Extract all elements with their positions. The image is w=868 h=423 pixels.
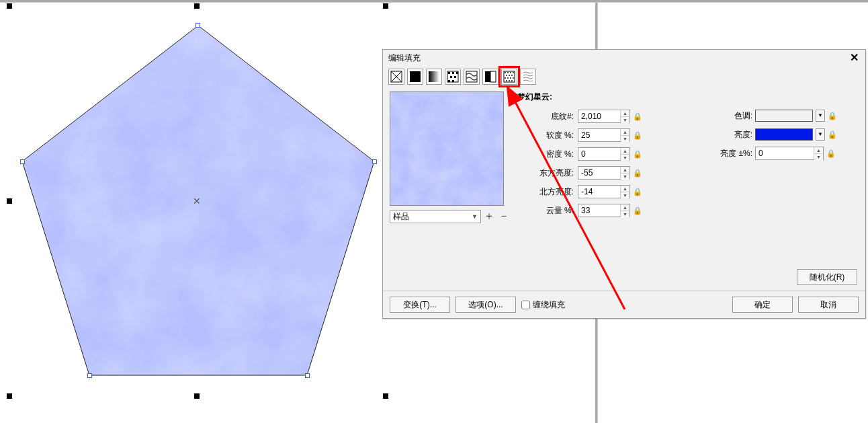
lock-icon[interactable]: 🔒	[633, 112, 642, 121]
spin-up-icon[interactable]: ▲	[621, 129, 630, 136]
brightness-pm-input[interactable]	[756, 147, 814, 159]
selection-handle-tl[interactable]	[7, 3, 12, 9]
vertex-node[interactable]	[372, 159, 377, 164]
density-label: 密度 %:	[517, 149, 575, 160]
ok-button[interactable]: 确定	[732, 297, 793, 313]
spin-down-icon[interactable]: ▼	[621, 136, 630, 142]
swatch-library-select[interactable]: 样品 ▼	[390, 210, 481, 223]
cloud-input[interactable]	[578, 204, 620, 217]
fill-type-bitmap-pattern[interactable]	[464, 69, 480, 85]
chevron-down-icon: ▼	[472, 213, 478, 220]
svg-rect-23	[510, 72, 511, 73]
svg-rect-8	[429, 71, 439, 82]
lock-icon[interactable]: 🔒	[826, 149, 836, 158]
fill-type-texture[interactable]	[501, 69, 517, 85]
transform-button[interactable]: 变换(T)...	[390, 297, 450, 313]
svg-rect-25	[506, 75, 507, 76]
color-dropdown-icon[interactable]: ▼	[816, 128, 825, 141]
spin-up-icon[interactable]: ▲	[621, 186, 630, 192]
vertex-node[interactable]	[20, 159, 25, 164]
edit-fill-dialog[interactable]: 编辑填充 ✕	[382, 49, 866, 319]
vertex-node[interactable]	[87, 373, 92, 378]
svg-rect-10	[448, 72, 450, 74]
svg-rect-29	[507, 77, 509, 79]
selection-handle-tr[interactable]	[383, 3, 388, 9]
texture-preview[interactable]	[390, 91, 504, 206]
close-icon[interactable]: ✕	[847, 51, 861, 64]
swatch-library-label: 样品	[393, 211, 409, 223]
brightness-pm-spinner[interactable]: ▲▼	[755, 147, 824, 160]
svg-rect-18	[485, 71, 490, 82]
hue-color-swatch[interactable]	[755, 110, 813, 122]
svg-rect-21	[505, 72, 506, 73]
spin-up-icon[interactable]: ▲	[621, 167, 630, 174]
selection-handle-bm[interactable]	[194, 393, 200, 399]
spin-down-icon[interactable]: ▼	[621, 192, 630, 198]
density-spinner[interactable]: ▲▼	[578, 147, 630, 161]
spin-down-icon[interactable]: ▼	[621, 211, 630, 217]
options-button[interactable]: 选项(O)...	[455, 297, 516, 313]
wrap-fill-label: 缠绕填充	[533, 299, 565, 311]
vertex-node[interactable]	[305, 373, 310, 378]
lock-icon[interactable]: 🔒	[633, 188, 642, 196]
lock-icon[interactable]: 🔒	[633, 131, 642, 140]
east-brightness-spinner[interactable]: ▲▼	[578, 166, 630, 180]
fill-type-fountain[interactable]	[426, 69, 442, 85]
spin-up-icon[interactable]: ▲	[814, 147, 823, 154]
svg-rect-15	[448, 80, 450, 82]
remove-swatch-button[interactable]: －	[497, 210, 511, 223]
north-brightness-spinner[interactable]: ▲▼	[578, 185, 630, 198]
density-input[interactable]	[578, 148, 620, 160]
vertex-node[interactable]	[196, 23, 200, 28]
spin-down-icon[interactable]: ▼	[621, 155, 630, 161]
wrap-fill-checkbox-input[interactable]	[521, 301, 530, 309]
spin-up-icon[interactable]: ▲	[621, 110, 630, 117]
spin-down-icon[interactable]: ▼	[621, 174, 630, 180]
hue-label: 色调:	[712, 110, 752, 122]
softness-label: 软度 %:	[517, 130, 575, 141]
fill-type-postscript[interactable]	[520, 69, 536, 85]
randomize-button[interactable]: 随机化(R)	[797, 269, 857, 285]
add-swatch-button[interactable]: ＋	[482, 210, 496, 223]
spin-up-icon[interactable]: ▲	[621, 148, 630, 155]
lock-icon[interactable]: 🔒	[633, 206, 642, 215]
selection-center[interactable]: ✕	[193, 197, 201, 205]
spin-down-icon[interactable]: ▼	[814, 154, 823, 160]
selection-handle-bl[interactable]	[7, 393, 12, 399]
lock-icon[interactable]: 🔒	[633, 169, 642, 178]
lock-icon[interactable]: 🔒	[633, 150, 642, 159]
softness-spinner[interactable]: ▲▼	[578, 128, 630, 142]
fill-type-none[interactable]	[388, 69, 404, 85]
svg-rect-31	[513, 77, 514, 79]
cancel-button[interactable]: 取消	[798, 297, 859, 313]
selection-handle-br[interactable]	[383, 393, 388, 399]
lock-icon[interactable]: 🔒	[828, 130, 837, 139]
svg-rect-36	[390, 92, 503, 205]
svg-rect-17	[466, 71, 477, 82]
dialog-titlebar[interactable]: 编辑填充 ✕	[383, 50, 865, 66]
texture-no-input[interactable]	[578, 110, 620, 122]
texture-no-spinner[interactable]: ▲▼	[578, 110, 630, 123]
fill-type-uniform[interactable]	[407, 69, 423, 85]
cloud-label: 云量 %:	[517, 205, 575, 217]
selected-shape[interactable]: ✕	[7, 3, 392, 400]
north-brightness-input[interactable]	[578, 186, 620, 198]
brightness-label: 亮度:	[712, 129, 752, 141]
lock-icon[interactable]: 🔒	[828, 112, 837, 120]
svg-rect-7	[410, 71, 421, 82]
fill-type-two-color-pattern[interactable]	[482, 69, 498, 85]
brightness-color-swatch[interactable]	[755, 128, 813, 141]
spin-up-icon[interactable]: ▲	[621, 204, 630, 211]
selection-handle-tm[interactable]	[194, 3, 200, 9]
selection-handle-ml[interactable]	[7, 198, 12, 204]
wrap-fill-checkbox[interactable]: 缠绕填充	[521, 299, 565, 311]
cloud-spinner[interactable]: ▲▼	[578, 204, 630, 217]
canvas-page-edge-horizontal	[0, 0, 868, 3]
svg-rect-13	[450, 76, 452, 78]
fill-type-vector-pattern[interactable]	[445, 69, 461, 85]
softness-input[interactable]	[578, 129, 620, 141]
color-dropdown-icon[interactable]: ▼	[816, 110, 825, 122]
spin-down-icon[interactable]: ▼	[621, 117, 630, 123]
svg-rect-32	[506, 80, 507, 81]
east-brightness-input[interactable]	[578, 167, 620, 179]
